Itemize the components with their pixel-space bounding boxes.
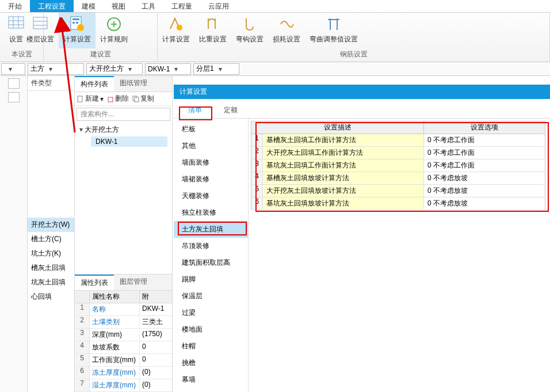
calc-settings-icon [69, 16, 85, 32]
type-item[interactable]: 坑灰土回填 [28, 275, 74, 290]
chevron-down-icon: ▾ [6, 65, 14, 73]
tab-tools[interactable]: 工具 [133, 0, 163, 12]
bend-icon [326, 16, 342, 32]
cat-item[interactable]: 保温层 [174, 288, 248, 305]
ribbon-calc-settings[interactable]: 计算设置 [59, 13, 96, 48]
svg-rect-11 [76, 22, 78, 24]
tab-project-settings[interactable]: 工程设置 [30, 0, 74, 12]
cat-item-selected[interactable]: 土方灰土回填 [174, 221, 248, 238]
tab-modeling[interactable]: 建模 [74, 0, 104, 12]
dd-value: 土方 [30, 64, 44, 74]
settings-row[interactable]: 3基坑灰土回填工作面计算方法0 不考虑工作面 [251, 159, 545, 172]
cat-item[interactable]: 楼地面 [174, 321, 248, 338]
ribbon-bend-adjust[interactable]: 弯曲调整值设置 [305, 13, 362, 48]
delete-button[interactable]: 删除 [107, 94, 129, 104]
hook-icon [242, 16, 258, 32]
tab-qingdan[interactable]: 清单 [178, 102, 212, 118]
tab-layers[interactable]: 图层管理 [114, 275, 153, 290]
tab-properties[interactable]: 属性列表 [75, 275, 114, 290]
prop-row[interactable]: 7湿土厚度(mm)(0) [75, 379, 172, 392]
tab-component-list[interactable]: 构件列表 [75, 76, 114, 92]
tab-view[interactable]: 视图 [104, 0, 133, 12]
chevron-down-icon: ▾ [47, 65, 55, 73]
dd-component[interactable]: DKW-1▾ [145, 63, 191, 75]
mini-btn-1[interactable] [8, 78, 20, 89]
ribbon-calc-rules[interactable]: 计算规则 [96, 13, 132, 48]
type-item[interactable]: 开挖土方(W) [28, 218, 74, 232]
settings-row[interactable]: 5大开挖灰土回填放坡计算方法0 不考虑放坡 [251, 185, 545, 197]
type-item[interactable]: 坑土方(K) [28, 246, 74, 261]
cat-item[interactable]: 建筑面积取层高 [174, 254, 248, 271]
cat-item[interactable]: 挑檐 [174, 355, 248, 371]
cat-item[interactable]: 踢脚 [174, 271, 248, 288]
dd-layer[interactable]: ▾ [1, 63, 25, 75]
dialog-body: 栏板 其他 墙面装修 墙裙装修 天棚装修 独立柱装修 土方灰土回填 吊顶装修 建… [174, 119, 550, 392]
floor-icon [32, 16, 48, 32]
dd-category[interactable]: 土方▾ [28, 63, 84, 75]
chevron-down-icon: ▾ [216, 65, 224, 73]
search-input[interactable]: 搜索构件... [77, 108, 170, 121]
head-desc: 设置描述 [251, 121, 424, 134]
settings-row[interactable]: 1基槽灰土回填工作面计算方法0 不考虑工作面 [251, 134, 545, 147]
dd-value: 大开挖土方 [89, 64, 124, 74]
cat-item[interactable]: 吊顶装修 [174, 238, 248, 254]
head-opt: 设置选项 [424, 121, 545, 134]
types-head: 件类型 [28, 76, 74, 91]
prop-row[interactable]: 3深度(mm)(1750) [75, 329, 172, 341]
prop-head-name: 属性名称 [90, 291, 140, 303]
cat-item[interactable]: 墙面装修 [174, 154, 248, 171]
svg-rect-10 [72, 22, 75, 24]
dd-floor[interactable]: 分层1▾ [193, 63, 239, 75]
cat-item[interactable]: 幕墙 [174, 371, 248, 388]
ribbon-weight[interactable]: 比重设置 [194, 13, 231, 48]
cat-item[interactable]: 天棚装修 [174, 188, 248, 204]
cat-item[interactable]: 栏板 [174, 121, 248, 138]
settings-header: 设置描述 设置选项 [251, 121, 545, 134]
settings-row[interactable]: 2大开挖灰土回填工作面计算方法0 不考虑工作面 [251, 147, 545, 159]
new-button[interactable]: 新建 ▾ [77, 94, 104, 104]
ribbon-label: 比重设置 [199, 35, 227, 44]
ribbon-label: 计算设置 [162, 35, 190, 44]
btn-label: 复制 [140, 94, 154, 104]
ribbon-label: 设置 [9, 35, 23, 44]
type-item[interactable]: 槽灰土回填 [28, 261, 74, 275]
types-column: 件类型 开挖土方(W) 槽土方(C) 坑土方(K) 槽灰土回填 坑灰土回填 心回… [28, 76, 75, 392]
tab-drawing-mgmt[interactable]: 图纸管理 [114, 76, 153, 92]
settings-row[interactable]: 6基坑灰土回填放坡计算方法0 不考虑放坡 [251, 197, 545, 210]
ribbon-label: 弯曲调整值设置 [310, 35, 358, 44]
prop-row[interactable]: 1名称DKW-1 [75, 303, 172, 316]
prop-table: 1名称DKW-1 2土壤类别三类土 3深度(mm)(1750) 4放坡系数0 5… [75, 303, 172, 392]
tree-child[interactable]: DKW-1 [91, 136, 167, 147]
type-item[interactable]: 槽土方(C) [28, 232, 74, 246]
prop-row[interactable]: 4放坡系数0 [75, 341, 172, 354]
cat-item[interactable]: 压顶 [174, 388, 248, 392]
dd-type[interactable]: 大开挖土方▾ [86, 63, 143, 75]
tab-cloud[interactable]: 云应用 [200, 0, 237, 12]
prop-row[interactable]: 2土壤类别三类土 [75, 316, 172, 329]
cat-item[interactable]: 柱帽 [174, 338, 248, 355]
tab-quantity[interactable]: 工程量 [163, 0, 200, 12]
cat-item[interactable]: 独立柱装修 [174, 204, 248, 221]
settings-row[interactable]: 4基槽灰土回填放坡计算方法0 不考虑放坡 [251, 172, 545, 185]
ribbon-hook[interactable]: 弯钩设置 [231, 13, 268, 48]
tree-parent[interactable]: 大开挖土方 [79, 125, 167, 135]
cat-item[interactable]: 墙裙装修 [174, 171, 248, 188]
svg-point-12 [77, 24, 84, 31]
copy-button[interactable]: 复制 [132, 94, 154, 104]
cat-item[interactable]: 其他 [174, 138, 248, 154]
ribbon-loss[interactable]: 损耗设置 [268, 13, 305, 48]
dd-value: 分层1 [196, 64, 214, 74]
mini-btn-2[interactable] [8, 92, 20, 102]
type-item[interactable]: 心回填 [28, 290, 74, 304]
prop-row[interactable]: 6冻土厚度(mm)(0) [75, 367, 172, 379]
prop-row[interactable]: 5工作面宽(mm)0 [75, 354, 172, 367]
svg-rect-21 [108, 97, 113, 102]
component-tree: 大开挖土方 DKW-1 [75, 123, 172, 149]
ribbon-floor[interactable]: 楼层设置 [22, 13, 59, 48]
btn-label: 删除 [115, 94, 129, 104]
ribbon-rebar-calc[interactable]: 计算设置 [158, 13, 194, 48]
ribbon-group-title: 钢筋设置 [158, 48, 549, 62]
cat-item[interactable]: 过梁 [174, 305, 248, 321]
tab-start[interactable]: 开始 [0, 0, 30, 12]
tab-dinge[interactable]: 定额 [214, 102, 247, 118]
